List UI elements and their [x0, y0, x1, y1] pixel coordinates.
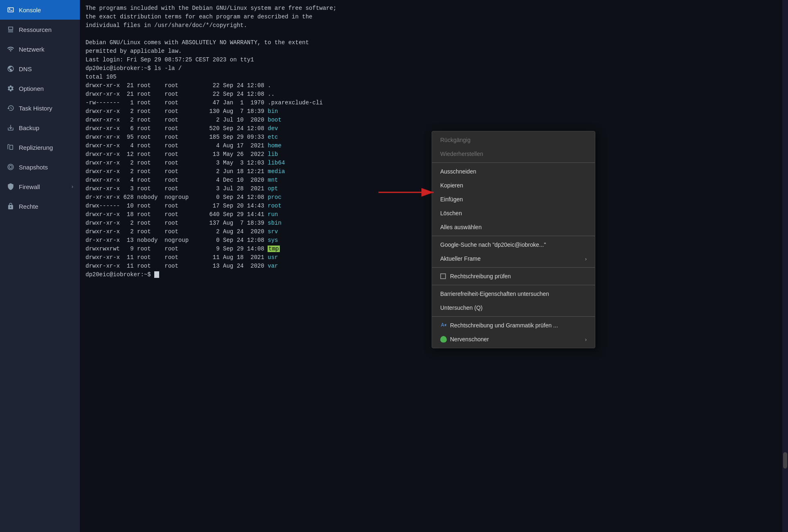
terminal-prompt: dp20eic@iobroker:~$ ls -la /	[86, 64, 782, 73]
ctx-label-alles-auswaehlen: Alles auswählen	[440, 224, 482, 230]
ctx-wiederherstellen[interactable]: Wiederherstellen	[432, 147, 595, 161]
chevron-right-icon: ›	[72, 184, 73, 189]
ctx-grammatik[interactable]: Rechtschreibung und Grammatik prüfen ...	[432, 318, 595, 332]
terminal-icon	[7, 6, 15, 14]
sidebar-label-netzwerk: Netzwerk	[19, 46, 45, 53]
terminal-line: drwxr-xr-x 2 root root 130 Aug 7 18:39 b…	[86, 107, 782, 116]
replicate-icon	[7, 143, 15, 151]
terminal-line: The programs included with the Debian GN…	[86, 4, 782, 13]
context-menu: Rückgängig Wiederherstellen Ausschneiden…	[432, 131, 595, 348]
sidebar-label-snapshots: Snapshots	[19, 164, 48, 171]
snapshot-icon	[7, 163, 15, 171]
terminal-line: total 105	[86, 73, 782, 81]
sidebar-item-replizierung[interactable]: Replizierung	[0, 138, 80, 157]
ctx-label-ausschneiden: Ausschneiden	[440, 168, 476, 175]
terminal-line: the exact distribution terms for each pr…	[86, 13, 782, 21]
chevron-right-icon-2: ›	[585, 336, 587, 343]
ctx-label-rechtschreibung: Rechtschreibung prüfen	[450, 273, 511, 280]
ctx-label-aktueller-frame: Aktueller Frame	[440, 255, 481, 262]
shield-green-icon	[440, 336, 447, 343]
sidebar-item-netzwerk[interactable]: Netzwerk	[0, 39, 80, 59]
shield-icon	[7, 183, 15, 191]
separator-4	[432, 285, 595, 285]
terminal-line: drwxr-xr-x 21 root root 22 Sep 24 12:08 …	[86, 81, 782, 90]
sidebar-label-optionen: Optionen	[19, 85, 44, 92]
main-content: The programs included with the Debian GN…	[80, 0, 788, 532]
terminal-line: drwxr-xr-x 2 root root 2 Jul 10 2020 boo…	[86, 116, 782, 124]
terminal-line: permitted by applicable law.	[86, 47, 782, 56]
separator-1	[432, 162, 595, 163]
ctx-label-barrierefreiheit: Barrierefreiheit-Eigenschaften untersuch…	[440, 291, 549, 297]
ctx-loeschen[interactable]: Löschen	[432, 206, 595, 220]
ctx-label-grammatik: Rechtschreibung und Grammatik prüfen ...	[450, 322, 558, 329]
history-icon	[7, 104, 15, 112]
sidebar-item-konsole[interactable]: Konsole	[0, 0, 80, 20]
network-icon	[7, 45, 15, 53]
sidebar-label-firewall: Firewall	[19, 183, 40, 190]
ctx-checkbox-area: Rechtschreibung prüfen	[440, 273, 511, 280]
separator-3	[432, 267, 595, 268]
ctx-label-nervenschoner: Nervenschoner	[450, 336, 489, 343]
ctx-alles-auswaehlen[interactable]: Alles auswählen	[432, 220, 595, 234]
ctx-grammatik-content: Rechtschreibung und Grammatik prüfen ...	[440, 322, 558, 329]
scrollbar-thumb[interactable]	[783, 452, 787, 469]
lock-icon	[7, 202, 15, 210]
ctx-ausschneiden[interactable]: Ausschneiden	[432, 165, 595, 178]
ctx-label-google-suche: Google-Suche nach "dp20eic@iobroke..."	[440, 241, 546, 248]
ctx-rueckgaengig[interactable]: Rückgängig	[432, 133, 595, 147]
sidebar-label-replizierung: Replizierung	[19, 144, 53, 151]
globe-icon	[7, 65, 15, 73]
sidebar-item-ressourcen[interactable]: Ressourcen	[0, 20, 80, 39]
ctx-nervenschoner[interactable]: Nervenschoner ›	[432, 332, 595, 346]
separator-2	[432, 236, 595, 236]
sidebar-label-dns: DNS	[19, 65, 32, 72]
terminal-line: individual files in /usr/share/doc/*/cop…	[86, 21, 782, 30]
sidebar-item-dns[interactable]: DNS	[0, 59, 80, 79]
ctx-google-suche[interactable]: Google-Suche nach "dp20eic@iobroke..."	[432, 238, 595, 252]
sidebar-item-backup[interactable]: Backup	[0, 118, 80, 138]
ctx-label-untersuchen: Untersuchen (Q)	[440, 304, 482, 311]
red-arrow-overlay	[374, 184, 440, 201]
sidebar-label-task-history: Task History	[19, 105, 52, 112]
sidebar-label-ressourcen: Ressourcen	[19, 26, 52, 33]
ctx-aktueller-frame[interactable]: Aktueller Frame ›	[432, 252, 595, 266]
terminal-line: -rw------- 1 root root 47 Jan 1 1970 .px…	[86, 99, 782, 107]
rechtschreibung-checkbox	[440, 273, 446, 279]
ctx-label-einfuegen: Einfügen	[440, 196, 463, 203]
ctx-label-wiederherstellen: Wiederherstellen	[440, 151, 483, 157]
backup-icon	[7, 124, 15, 132]
ctx-label-loeschen: Löschen	[440, 210, 462, 216]
gear-icon	[7, 84, 15, 92]
sidebar-item-optionen[interactable]: Optionen	[0, 79, 80, 98]
red-arrow-svg	[374, 184, 440, 201]
sidebar-label-konsole: Konsole	[19, 7, 41, 14]
terminal-line: drwxr-xr-x 21 root root 22 Sep 24 12:08 …	[86, 90, 782, 99]
sidebar-item-snapshots[interactable]: Snapshots	[0, 157, 80, 177]
terminal-line: Debian GNU/Linux comes with ABSOLUTELY N…	[86, 38, 782, 47]
chevron-right-icon: ›	[585, 256, 587, 262]
sidebar-item-task-history[interactable]: Task History	[0, 98, 80, 118]
ctx-label-kopieren: Kopieren	[440, 182, 463, 189]
ctx-nervenschoner-content: Nervenschoner	[440, 336, 489, 343]
terminal-line: Last login: Fri Sep 29 08:57:25 CEST 202…	[86, 56, 782, 64]
sidebar-item-firewall[interactable]: Firewall ›	[0, 177, 80, 196]
sidebar-label-rechte: Rechte	[19, 203, 38, 210]
scrollbar[interactable]	[782, 0, 788, 532]
ctx-rechtschreibung[interactable]: Rechtschreibung prüfen	[432, 269, 595, 283]
separator-5	[432, 316, 595, 317]
spell-icon	[440, 322, 447, 329]
terminal-line	[86, 30, 782, 38]
sidebar-label-backup: Backup	[19, 124, 39, 131]
ctx-barrierefreiheit[interactable]: Barrierefreiheit-Eigenschaften untersuch…	[432, 287, 595, 301]
ctx-label-rueckgaengig: Rückgängig	[440, 137, 471, 143]
server-icon	[7, 25, 15, 34]
sidebar-item-rechte[interactable]: Rechte	[0, 196, 80, 216]
ctx-einfuegen[interactable]: Einfügen	[432, 192, 595, 206]
ctx-kopieren[interactable]: Kopieren	[432, 178, 595, 192]
sidebar: Konsole Ressourcen Netzwerk DNS Optionen…	[0, 0, 80, 532]
ctx-untersuchen[interactable]: Untersuchen (Q)	[432, 301, 595, 315]
